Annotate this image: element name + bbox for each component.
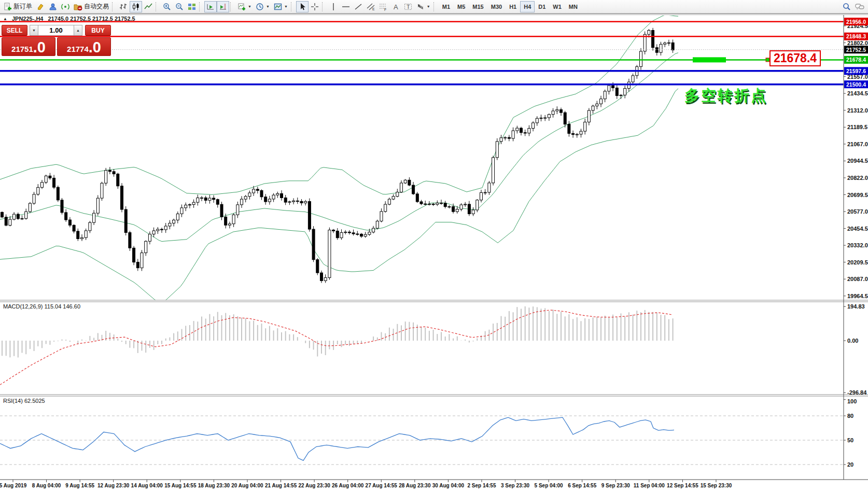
- vertical-line-icon: [329, 3, 338, 11]
- dropdown-caret-icon: ▼: [248, 5, 251, 8]
- svg-text:9 Aug 14:55: 9 Aug 14:55: [65, 483, 94, 488]
- vertical-line-button[interactable]: [327, 1, 340, 12]
- channel-button[interactable]: E: [365, 1, 377, 12]
- auto-scroll-button[interactable]: [204, 1, 217, 12]
- timeframe-button-d1[interactable]: D1: [535, 1, 549, 12]
- svg-text:28 Aug 23:30: 28 Aug 23:30: [399, 483, 431, 488]
- svg-text:E: E: [372, 7, 375, 11]
- crayon-button[interactable]: [34, 1, 47, 12]
- search-button[interactable]: [841, 1, 853, 12]
- svg-text:3 Sep 23:30: 3 Sep 23:30: [501, 483, 529, 488]
- chart-window: 21924.521802.021557.021434.521312.021189…: [0, 13, 868, 491]
- macd-signal-line: [0, 310, 672, 385]
- chart-shift-button[interactable]: [217, 1, 229, 12]
- svg-text:9 Sep 23:30: 9 Sep 23:30: [601, 483, 630, 488]
- timeframe-button-m15[interactable]: M15: [469, 1, 487, 12]
- templates-button[interactable]: ▼: [272, 1, 290, 12]
- zoom-out-icon: [175, 3, 184, 11]
- collapse-icon[interactable]: ▲: [3, 17, 7, 21]
- horizontal-line-button[interactable]: [340, 1, 352, 12]
- buy-price-box[interactable]: 21774 .0: [57, 37, 111, 56]
- timeframe-button-mn[interactable]: MN: [565, 1, 581, 12]
- sell-price-main: 21751: [11, 44, 33, 55]
- svg-text:50: 50: [847, 437, 853, 443]
- svg-text:21 Aug 14:55: 21 Aug 14:55: [265, 483, 297, 488]
- one-click-trading-panel: SELL ▼ ▲ BUY 21751 .0 21774 .0: [2, 25, 111, 56]
- sell-button[interactable]: SELL: [2, 25, 27, 36]
- chat-button[interactable]: [853, 1, 866, 12]
- sell-price-box[interactable]: 21751 .0: [2, 37, 55, 56]
- toolbar-separator: [322, 2, 325, 11]
- text-icon: A: [391, 3, 400, 11]
- new-order-button[interactable]: 新订单: [2, 1, 34, 12]
- svg-text:18 Aug 23:30: 18 Aug 23:30: [198, 483, 230, 488]
- zoom-out-button[interactable]: [173, 1, 186, 12]
- timeframe-button-h4[interactable]: H4: [520, 1, 535, 12]
- dropdown-caret-icon: ▼: [284, 5, 288, 8]
- turning-point-annotation[interactable]: 多空转折点: [672, 86, 767, 106]
- svg-text:21802.0: 21802.0: [847, 40, 868, 46]
- rsi-panel: [0, 416, 844, 465]
- timeframe-button-m5[interactable]: M5: [454, 1, 469, 12]
- bar-chart-button[interactable]: [117, 1, 130, 12]
- buy-button[interactable]: BUY: [85, 25, 111, 36]
- main-toolbar: 新订单 自动交易 ▼ ▼: [0, 0, 868, 13]
- timeframe-button-w1[interactable]: W1: [549, 1, 565, 12]
- trendline-button[interactable]: [352, 1, 365, 12]
- fibonacci-icon: F: [379, 3, 387, 11]
- line-chart-button[interactable]: [142, 1, 155, 12]
- text-button[interactable]: A: [389, 1, 402, 12]
- new-order-label: 新订单: [13, 2, 32, 11]
- timeframe-button-m30[interactable]: M30: [487, 1, 506, 12]
- fibonacci-button[interactable]: F: [377, 1, 389, 12]
- toolbar-separator: [230, 2, 233, 11]
- chart-title-bar: ▲ JPN225-,H4 21745.0 21752.5 21712.5 217…: [3, 16, 135, 22]
- volume-input[interactable]: [38, 25, 74, 36]
- svg-text:21312.0: 21312.0: [847, 107, 868, 114]
- svg-text:27 Aug 14:55: 27 Aug 14:55: [366, 483, 398, 488]
- profiles-button[interactable]: ▼: [254, 1, 272, 12]
- autotrading-icon: [74, 3, 82, 11]
- chat-icon: [855, 3, 864, 11]
- signals-button[interactable]: [59, 1, 72, 12]
- volume-increase-button[interactable]: ▲: [74, 25, 82, 36]
- toolbar-separator: [199, 2, 202, 11]
- profile-person-button[interactable]: [47, 1, 59, 12]
- svg-text:80: 80: [847, 413, 853, 419]
- svg-text:0.00: 0.00: [847, 338, 858, 344]
- search-icon: [843, 3, 851, 11]
- svg-text:20944.5: 20944.5: [847, 158, 868, 164]
- new-order-icon: [4, 3, 12, 11]
- new-chart-button[interactable]: ▼: [235, 1, 254, 12]
- price-callout-box[interactable]: 21678.4: [769, 50, 821, 66]
- candlestick-chart-icon: [132, 3, 140, 11]
- toolbar-separator: [433, 2, 437, 11]
- crosshair-button[interactable]: [309, 1, 321, 12]
- svg-text:21434.5: 21434.5: [847, 90, 868, 96]
- buy-price-main: 21774: [67, 44, 89, 55]
- svg-text:21752.5: 21752.5: [846, 47, 866, 53]
- svg-text:21189.5: 21189.5: [847, 124, 867, 130]
- cursor-button[interactable]: [296, 1, 309, 12]
- candlestick-chart-button[interactable]: [130, 1, 142, 12]
- svg-text:20699.5: 20699.5: [847, 192, 868, 198]
- svg-text:F: F: [384, 7, 386, 11]
- timeframe-button-m1[interactable]: M1: [439, 1, 454, 12]
- zoom-in-button[interactable]: [161, 1, 173, 12]
- svg-text:14 Aug 04:00: 14 Aug 04:00: [131, 483, 163, 488]
- new-chart-icon: [237, 3, 246, 11]
- rsi-line: [0, 417, 674, 460]
- autotrading-button[interactable]: 自动交易: [72, 1, 111, 12]
- arrows-button[interactable]: ▼: [414, 1, 432, 12]
- support-zone-rect: [693, 57, 726, 62]
- tile-windows-button[interactable]: [186, 1, 198, 12]
- clock-icon: [256, 3, 264, 11]
- svg-text:100: 100: [847, 398, 857, 404]
- volume-decrease-button[interactable]: ▼: [30, 25, 38, 36]
- svg-text:21597.6: 21597.6: [846, 68, 866, 74]
- svg-text:-296.84: -296.84: [847, 389, 867, 396]
- timeframe-button-h1[interactable]: H1: [506, 1, 520, 12]
- bar-chart-icon: [119, 3, 128, 11]
- text-label-button[interactable]: T: [402, 1, 414, 12]
- crayon-icon: [36, 3, 45, 11]
